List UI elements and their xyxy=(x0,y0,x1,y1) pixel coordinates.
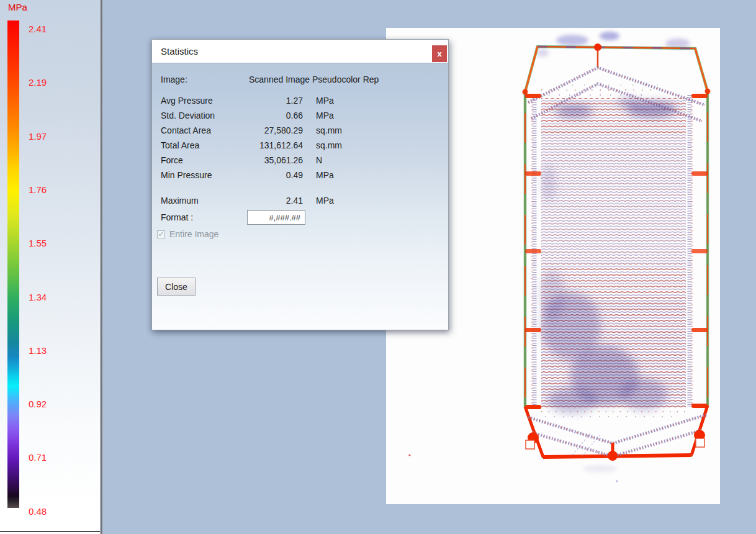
scan-specks xyxy=(408,454,618,482)
panel-bottom-edge xyxy=(0,531,100,532)
stat-unit: N xyxy=(303,155,441,165)
format-input[interactable] xyxy=(247,210,305,225)
stats-row: Avg Pressure 1.27 MPa xyxy=(161,93,441,108)
maximum-row: Maximum 2.41 MPa xyxy=(161,193,441,208)
scale-tick: 2.41 xyxy=(29,24,72,35)
color-scale-bar xyxy=(7,20,19,508)
scale-tick: 1.13 xyxy=(29,345,72,356)
panel-divider[interactable] xyxy=(100,0,103,534)
stat-unit: MPa xyxy=(303,96,441,106)
stat-value: 1.27 xyxy=(251,96,303,106)
scale-tick: 2.19 xyxy=(29,77,72,88)
scale-tick: 1.34 xyxy=(29,292,72,303)
stat-unit: MPa xyxy=(303,196,441,206)
scale-tick: 0.92 xyxy=(29,399,72,410)
stat-value: 0.66 xyxy=(251,111,303,120)
plate-bottom-chevrons xyxy=(526,412,706,461)
scale-tick: 0.48 xyxy=(29,506,72,517)
stat-value: 0.49 xyxy=(251,170,303,180)
image-row-value: Scanned Image Pseudocolor Rep xyxy=(249,75,379,84)
image-row: Image: Scanned Image Pseudocolor Rep xyxy=(161,73,441,86)
stats-table: Avg Pressure 1.27 MPa Std. Deviation 0.6… xyxy=(161,93,441,183)
stat-value: 35,061.26 xyxy=(251,155,303,165)
stat-label: Maximum xyxy=(161,196,251,206)
scale-tick: 1.55 xyxy=(29,238,72,249)
stat-value: 131,612.64 xyxy=(251,140,303,150)
scale-tick: 0.71 xyxy=(29,452,72,463)
scan-smudges-top xyxy=(536,32,690,57)
entire-image-row: ✓ Entire Image xyxy=(157,229,441,239)
stats-row: Contact Area 27,580.29 sq.mm xyxy=(161,123,441,138)
image-row-label: Image: xyxy=(161,75,249,84)
stats-row: Std. Deviation 0.66 MPa xyxy=(161,108,441,123)
stat-label: Min Pressure xyxy=(161,170,251,180)
stat-label: Total Area xyxy=(161,140,251,150)
stat-unit: sq.mm xyxy=(303,125,441,135)
stat-unit: sq.mm xyxy=(303,140,441,150)
stat-value: 27,580.29 xyxy=(251,125,303,135)
scale-tick: 1.97 xyxy=(29,131,72,142)
statistics-dialog: Statistics x Image: Scanned Image Pseudo… xyxy=(151,39,449,330)
stat-label: Avg Pressure xyxy=(161,96,251,106)
app-window: { "app": { "background": "#adc0d8" }, "c… xyxy=(0,0,756,534)
stat-label: Force xyxy=(161,155,251,165)
stat-unit: MPa xyxy=(303,170,441,180)
stat-label: Contact Area xyxy=(161,125,251,135)
stats-row: Min Pressure 0.49 MPa xyxy=(161,168,441,183)
close-icon[interactable]: x xyxy=(432,45,447,62)
legend-panel: MPa 2.41 2.19 1.97 1.76 1.55 1.34 1.13 0… xyxy=(0,0,100,534)
scale-tick: 1.76 xyxy=(29,184,72,196)
dialog-content: Image: Scanned Image Pseudocolor Rep Avg… xyxy=(161,64,441,239)
plate-core-texture xyxy=(540,97,686,413)
stat-value: 2.41 xyxy=(251,196,303,206)
scale-unit-label: MPa xyxy=(8,2,27,12)
dialog-titlebar[interactable]: Statistics x xyxy=(152,40,448,63)
dialog-title: Statistics xyxy=(161,46,198,57)
stats-row: Total Area 131,612.64 sq.mm xyxy=(161,138,441,153)
format-label: Format : xyxy=(161,212,193,222)
format-row: Format : xyxy=(161,210,441,226)
stat-label: Std. Deviation xyxy=(161,111,251,120)
close-button[interactable]: Close xyxy=(157,278,196,296)
entire-image-label: Entire Image xyxy=(169,229,218,239)
stats-row: Force 35,061.26 N xyxy=(161,153,441,168)
entire-image-checkbox[interactable]: ✓ xyxy=(157,230,165,238)
stat-unit: MPa xyxy=(303,111,441,120)
